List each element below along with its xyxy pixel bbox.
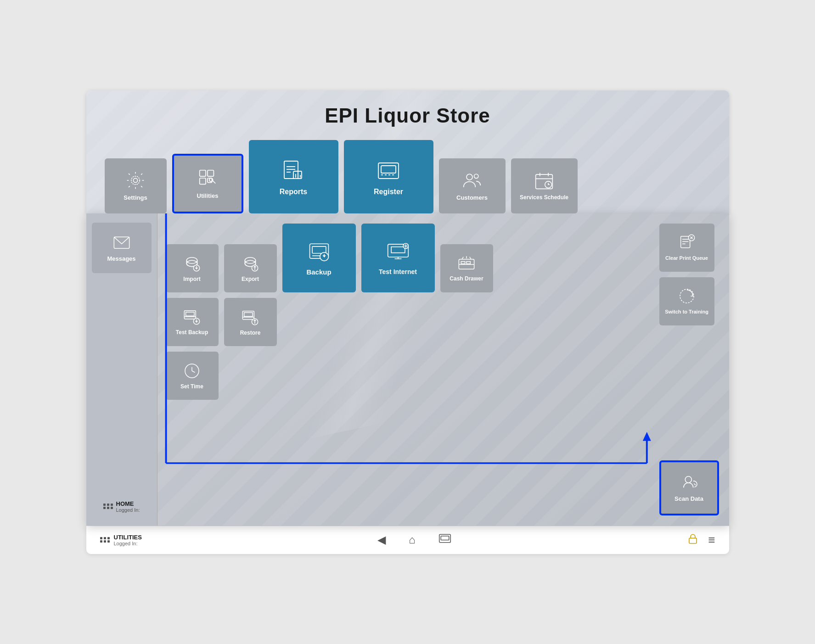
test-backup-label: Test Backup bbox=[176, 329, 208, 336]
set-time-label: Set Time bbox=[180, 383, 203, 390]
register-tile[interactable]: Register bbox=[344, 140, 433, 213]
svg-rect-51 bbox=[461, 261, 465, 263]
svg-rect-52 bbox=[467, 261, 470, 263]
svg-rect-17 bbox=[381, 166, 396, 173]
svg-point-75 bbox=[685, 476, 691, 483]
settings-label: Settings bbox=[124, 194, 147, 201]
restore-tile[interactable]: Restore bbox=[224, 298, 277, 346]
reports-tile[interactable]: Reports bbox=[249, 140, 338, 213]
back-button[interactable]: ◀ bbox=[377, 533, 386, 546]
test-internet-label: Test Internet bbox=[379, 268, 417, 276]
lock-icon[interactable] bbox=[687, 533, 699, 547]
svg-rect-82 bbox=[689, 538, 697, 543]
utilities-section-label: UTILITIES bbox=[114, 534, 142, 541]
svg-rect-44 bbox=[391, 247, 405, 253]
reports-label: Reports bbox=[280, 188, 307, 196]
home-button[interactable]: ⌂ bbox=[409, 533, 416, 546]
svg-line-6 bbox=[213, 181, 216, 184]
app-title: EPI Liquor Store bbox=[105, 104, 711, 127]
utilities-label: Utilities bbox=[197, 192, 219, 199]
utilities-logged-in: Logged In: bbox=[114, 541, 142, 546]
svg-rect-55 bbox=[186, 312, 194, 316]
svg-line-66 bbox=[192, 371, 195, 372]
clear-print-queue-tile[interactable]: Clear Print Queue bbox=[659, 224, 714, 272]
services-schedule-tile[interactable]: Services Schedule bbox=[511, 158, 578, 213]
home-section-label: HOME bbox=[116, 500, 140, 507]
svg-rect-60 bbox=[244, 313, 253, 316]
import-label: Import bbox=[183, 276, 200, 282]
messages-label: Messages bbox=[107, 255, 135, 262]
cash-drawer-label: Cash Drawer bbox=[450, 275, 483, 283]
test-backup-tile[interactable]: Test Backup bbox=[166, 298, 219, 346]
register-label: Register bbox=[374, 188, 403, 196]
customers-label: Customers bbox=[456, 194, 488, 201]
menu-icon[interactable]: ≡ bbox=[708, 533, 715, 547]
cash-drawer-tile[interactable]: Cash Drawer bbox=[440, 244, 493, 292]
sidebar-item-messages[interactable]: Messages bbox=[92, 223, 152, 273]
svg-point-23 bbox=[474, 174, 478, 178]
switch-to-training-tile[interactable]: Switch to Training bbox=[659, 277, 714, 325]
home-info: HOME Logged In: bbox=[100, 497, 144, 516]
export-label: Export bbox=[242, 276, 259, 282]
export-tile[interactable]: Export bbox=[224, 244, 277, 292]
svg-rect-3 bbox=[208, 170, 214, 176]
svg-rect-50 bbox=[459, 259, 474, 269]
svg-rect-4 bbox=[200, 178, 206, 184]
settings-tile[interactable]: Settings bbox=[105, 158, 167, 213]
sidebar: Messages HOME Logged In: bbox=[86, 213, 157, 526]
apps-icon-bottom[interactable] bbox=[100, 537, 110, 543]
customers-tile[interactable]: Customers bbox=[439, 158, 506, 213]
set-time-tile[interactable]: Set Time bbox=[166, 352, 219, 400]
test-internet-tile[interactable]: Test Internet bbox=[361, 224, 435, 292]
restore-label: Restore bbox=[240, 330, 261, 336]
svg-point-22 bbox=[467, 174, 472, 180]
backup-tile[interactable]: Backup bbox=[282, 224, 356, 292]
backup-label: Backup bbox=[306, 268, 331, 276]
utilities-tile[interactable]: Utilities bbox=[172, 154, 243, 213]
import-tile[interactable]: Import bbox=[166, 244, 219, 292]
svg-rect-2 bbox=[200, 170, 206, 176]
home-logged-in: Logged In: bbox=[116, 507, 140, 513]
svg-point-1 bbox=[131, 176, 140, 185]
clear-print-queue-label: Clear Print Queue bbox=[665, 255, 708, 261]
services-schedule-label: Services Schedule bbox=[520, 194, 568, 202]
svg-rect-81 bbox=[441, 536, 449, 540]
switch-to-training-label: Switch to Training bbox=[665, 308, 708, 315]
svg-point-0 bbox=[133, 178, 137, 182]
register-button[interactable] bbox=[438, 532, 451, 548]
scan-data-tile[interactable]: Scan Data bbox=[659, 460, 719, 515]
scan-data-label: Scan Data bbox=[674, 495, 703, 503]
